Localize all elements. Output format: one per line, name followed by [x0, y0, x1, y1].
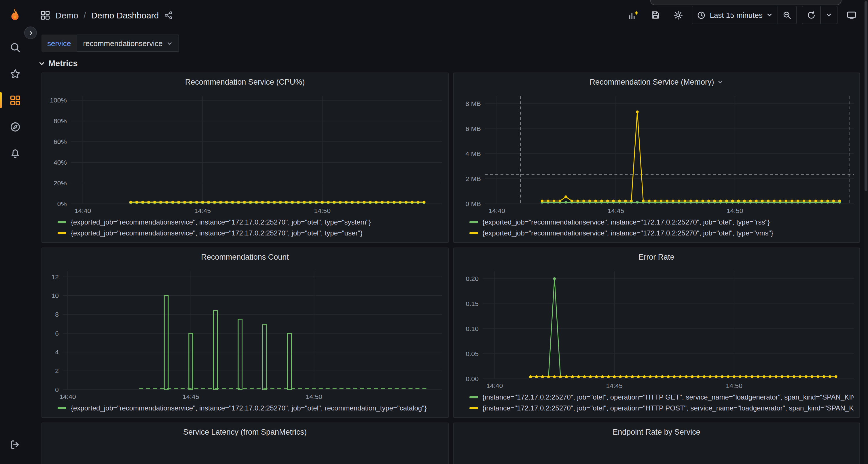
sidebar-item-search[interactable]: [0, 35, 30, 60]
refresh-interval-dropdown[interactable]: [821, 6, 837, 24]
legend-item[interactable]: {exported_job="recommendationservice", i…: [469, 227, 854, 238]
breadcrumb-dashboard-title[interactable]: Demo Dashboard: [91, 10, 159, 20]
svg-text:12: 12: [51, 273, 59, 280]
chevron-down-icon: [826, 11, 832, 19]
svg-text:14:50: 14:50: [314, 207, 330, 214]
series-label: {exported_job="recommendationservice", i…: [483, 229, 773, 237]
kiosk-mode-button[interactable]: [843, 6, 860, 24]
svg-text:14:40: 14:40: [486, 382, 502, 390]
panel-header[interactable]: Error Rate: [454, 248, 859, 265]
zoom-out-time-button[interactable]: [778, 6, 796, 24]
series-label: {instance="172.17.0.2:25270", job="otel"…: [483, 393, 854, 401]
dashboards-grid-icon: [9, 95, 21, 106]
sidebar-expand-button[interactable]: [24, 27, 37, 39]
svg-text:100%: 100%: [50, 97, 67, 104]
svg-text:14:40: 14:40: [59, 393, 76, 400]
series-color-swatch: [58, 407, 66, 409]
panel-header[interactable]: Service Latency (from SpanMetrics): [42, 423, 448, 440]
panel-header[interactable]: Recommendations Count: [42, 248, 448, 265]
legend-item[interactable]: {exported_job="recommendationservice", i…: [469, 217, 854, 227]
panel-memory: Recommendation Service (Memory) 0 MB2 MB…: [453, 72, 860, 243]
scrollbar-thumb[interactable]: [865, 1, 867, 191]
panel-header[interactable]: Endpoint Rate by Service: [454, 423, 859, 440]
series-color-swatch: [58, 232, 66, 234]
panel-header[interactable]: Recommendation Service (CPU%): [42, 73, 448, 90]
zoom-out-icon: [783, 11, 792, 19]
svg-text:0.20: 0.20: [465, 275, 478, 283]
search-icon: [9, 42, 21, 53]
series-color-swatch: [469, 396, 478, 398]
sidebar-item-explore[interactable]: [0, 114, 30, 139]
legend: {exported_job="recommendationservice", i…: [454, 217, 859, 242]
clock-icon: [697, 11, 706, 19]
svg-text:4 MB: 4 MB: [465, 150, 480, 158]
series-color-swatch: [469, 232, 478, 234]
svg-text:14:50: 14:50: [726, 207, 743, 214]
main-content: Demo / Demo Dashboard: [30, 0, 868, 464]
grafana-flame-icon: [6, 6, 24, 24]
grafana-logo[interactable]: [5, 5, 25, 25]
time-controls-group: Last 15 minutes: [692, 6, 797, 24]
grafana-app: Demo / Demo Dashboard: [0, 0, 868, 464]
page-scrollbar[interactable]: [864, 0, 868, 464]
svg-text:14:45: 14:45: [183, 393, 199, 400]
sign-in-icon: [9, 439, 21, 450]
bell-icon: [9, 148, 21, 159]
refresh-icon: [807, 11, 815, 19]
legend-item[interactable]: {instance="172.17.0.2:25270", job="otel"…: [469, 402, 854, 413]
breadcrumb-separator: /: [84, 10, 86, 20]
dashboard-settings-button[interactable]: [669, 6, 687, 24]
sidebar-item-dashboards[interactable]: [0, 88, 30, 113]
apps-grid-icon[interactable]: [40, 10, 50, 20]
refresh-dashboard-button[interactable]: [802, 6, 820, 24]
series-color-swatch: [469, 221, 478, 223]
monitor-icon: [846, 10, 856, 20]
sidebar: [0, 0, 30, 464]
error-rate-chart[interactable]: 0.000.050.100.150.2014:4014:4514:50: [454, 265, 859, 392]
time-range-picker[interactable]: Last 15 minutes: [692, 6, 778, 24]
panel-cpu: Recommendation Service (CPU%) 0%20%40%60…: [41, 72, 448, 243]
sidebar-item-sign-in[interactable]: [0, 432, 30, 457]
legend-item[interactable]: {exported_job="recommendationservice", i…: [58, 227, 442, 238]
variable-value-dropdown[interactable]: recommendationservice: [76, 35, 179, 52]
chevron-down-icon: [38, 60, 45, 67]
legend-item[interactable]: {exported_job="recommendationservice", i…: [58, 402, 442, 413]
svg-text:4: 4: [55, 348, 59, 356]
sidebar-item-starred[interactable]: [0, 61, 30, 86]
variable-service: service recommendationservice: [41, 35, 179, 52]
chevron-down-icon: [766, 11, 773, 19]
legend: {exported_job="recommendationservice", i…: [42, 217, 448, 242]
legend-item[interactable]: {exported_job="recommendationservice", i…: [58, 217, 442, 227]
svg-text:14:50: 14:50: [306, 393, 322, 400]
add-panel-button[interactable]: [624, 6, 642, 24]
breadcrumb: Demo / Demo Dashboard: [40, 10, 173, 20]
panel-menu-caret[interactable]: [717, 78, 723, 85]
svg-text:0.10: 0.10: [465, 325, 478, 332]
legend: {instance="172.17.0.2:25270", job="otel"…: [454, 392, 859, 418]
cpu-chart[interactable]: 0%20%40%60%80%100%14:4014:4514:50: [42, 90, 448, 217]
series-label: {exported_job="recommendationservice", i…: [71, 218, 371, 226]
memory-chart[interactable]: 0 MB2 MB4 MB6 MB8 MB14:4014:4514:50: [454, 90, 859, 217]
save-dashboard-button[interactable]: [647, 6, 664, 24]
panel-title: Recommendation Service (Memory): [590, 77, 714, 86]
row-metrics-toggle[interactable]: Metrics: [30, 57, 868, 72]
series-label: {exported_job="recommendationservice", i…: [483, 218, 770, 226]
panel-title: Service Latency (from SpanMetrics): [183, 427, 307, 436]
svg-text:20%: 20%: [54, 179, 67, 187]
panel-header[interactable]: Recommendation Service (Memory): [454, 73, 859, 90]
share-icon[interactable]: [164, 11, 173, 19]
recommendations-count-chart[interactable]: 02468101214:4014:4514:50: [42, 265, 448, 402]
breadcrumb-app[interactable]: Demo: [55, 10, 78, 20]
variable-label: service: [41, 35, 76, 52]
series-label: {exported_job="recommendationservice", i…: [71, 404, 427, 412]
chevron-down-icon: [717, 78, 723, 85]
series-label: {exported_job="recommendationservice", i…: [71, 229, 363, 237]
overlay-pill: [650, 0, 841, 5]
svg-text:0: 0: [55, 386, 59, 394]
legend-item[interactable]: {instance="172.17.0.2:25270", job="otel"…: [469, 392, 854, 402]
toolbar: Last 15 minutes: [624, 6, 860, 24]
panel-recommendations-count: Recommendations Count 02468101214:4014:4…: [41, 247, 448, 418]
svg-text:60%: 60%: [54, 138, 67, 145]
svg-text:0.00: 0.00: [465, 375, 478, 383]
sidebar-item-alerting[interactable]: [0, 140, 30, 166]
